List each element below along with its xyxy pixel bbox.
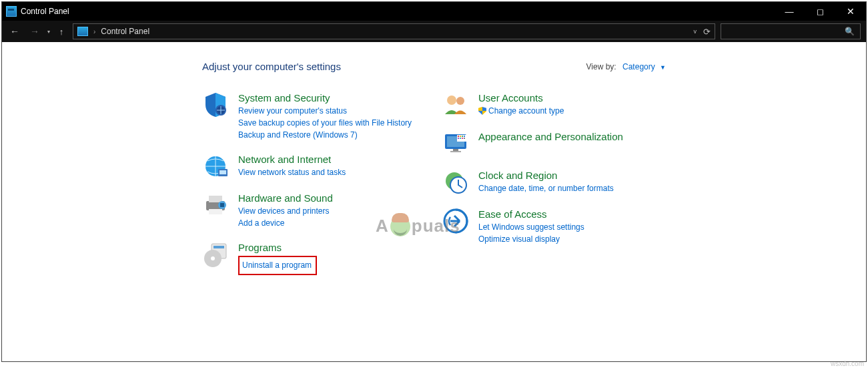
category-user-accounts: User Accounts Change account type — [442, 91, 656, 118]
category-programs: Programs Uninstall a program — [202, 241, 416, 275]
link-change-account-type[interactable]: Change account type — [478, 105, 564, 117]
svg-rect-6 — [209, 209, 222, 214]
printer-icon — [202, 192, 229, 218]
control-panel-icon — [6, 6, 17, 17]
category-title[interactable]: Ease of Access — [478, 208, 547, 220]
window-frame: Control Panel — ◻ ✕ ← → ▾ ↑ › Control Pa… — [1, 1, 867, 362]
monitor-icon — [442, 130, 469, 157]
page-heading: Adjust your computer's settings — [202, 61, 341, 72]
svg-rect-20 — [458, 136, 459, 137]
svg-rect-22 — [462, 136, 463, 137]
view-by-label: View by: — [586, 62, 616, 71]
svg-point-15 — [456, 97, 464, 105]
link-network-status[interactable]: View network status and tasks — [238, 166, 346, 178]
link-suggest-settings[interactable]: Let Windows suggest settings — [478, 221, 584, 233]
close-button[interactable]: ✕ — [835, 2, 866, 21]
svg-rect-28 — [453, 149, 458, 151]
left-column: System and Security Review your computer… — [202, 91, 416, 275]
category-title[interactable]: Programs — [238, 242, 282, 253]
window-title: Control Panel — [21, 7, 774, 16]
svg-rect-29 — [450, 151, 461, 152]
svg-point-13 — [211, 256, 215, 260]
watermark-mascot-icon — [390, 216, 410, 236]
globe-icon — [202, 153, 229, 180]
svg-rect-23 — [464, 136, 465, 137]
svg-rect-5 — [209, 196, 222, 202]
link-visual-display[interactable]: Optimize visual display — [478, 233, 584, 245]
address-dropdown-icon[interactable]: v — [694, 28, 697, 35]
watermark: A puals — [376, 216, 460, 236]
users-icon — [442, 91, 469, 118]
category-title[interactable]: Hardware and Sound — [238, 192, 333, 204]
svg-rect-10 — [213, 246, 224, 248]
title-bar: Control Panel — ◻ ✕ — [2, 2, 866, 21]
maximize-button[interactable]: ◻ — [805, 2, 835, 21]
forward-button: → — [27, 26, 42, 37]
link-add-device[interactable]: Add a device — [238, 217, 333, 229]
up-button[interactable]: ↑ — [55, 27, 67, 37]
back-button[interactable]: ← — [7, 26, 22, 37]
view-by-value[interactable]: Category — [622, 62, 655, 71]
category-title[interactable]: Network and Internet — [238, 154, 331, 165]
svg-rect-24 — [458, 138, 459, 139]
shield-icon — [202, 91, 229, 118]
window-controls: — ◻ ✕ — [774, 2, 866, 21]
category-title[interactable]: Appearance and Personalization — [478, 131, 623, 142]
search-icon: 🔍 — [845, 27, 855, 36]
link-file-history[interactable]: Save backup copies of your files with Fi… — [238, 117, 412, 129]
minimize-button[interactable]: — — [774, 2, 805, 21]
svg-rect-8 — [220, 203, 224, 207]
category-clock-region: Clock and Region Change date, time, or n… — [442, 169, 656, 196]
svg-point-14 — [447, 96, 456, 105]
svg-rect-3 — [220, 170, 226, 174]
svg-rect-21 — [460, 136, 461, 137]
address-path: Control Panel — [101, 27, 149, 36]
control-panel-icon — [77, 27, 88, 36]
svg-rect-25 — [460, 138, 461, 139]
watermark-text-pre: A — [376, 216, 389, 236]
category-network-internet: Network and Internet View network status… — [202, 153, 416, 180]
category-title[interactable]: System and Security — [238, 92, 330, 104]
address-field[interactable]: › Control Panel v ⟳ — [73, 23, 715, 39]
svg-rect-26 — [462, 138, 463, 139]
link-date-time-formats[interactable]: Change date, time, or number formats — [478, 182, 614, 194]
refresh-button[interactable]: ⟳ — [703, 27, 711, 37]
history-dropdown-icon[interactable]: ▾ — [47, 29, 50, 35]
link-review-status[interactable]: Review your computer's status — [238, 105, 412, 117]
uac-shield-icon — [478, 107, 486, 115]
search-input[interactable]: 🔍 — [721, 23, 861, 39]
category-system-security: System and Security Review your computer… — [202, 91, 416, 141]
chevron-right-icon: › — [93, 28, 95, 35]
link-backup-restore[interactable]: Backup and Restore (Windows 7) — [238, 129, 412, 141]
right-column: User Accounts Change account type Appear… — [442, 91, 656, 275]
link-devices-printers[interactable]: View devices and printers — [238, 205, 333, 217]
watermark-text-post: puals — [412, 216, 460, 236]
link-uninstall-program[interactable]: Uninstall a program — [238, 256, 317, 275]
view-by: View by: Category ▼ — [586, 62, 666, 71]
category-title[interactable]: User Accounts — [478, 92, 543, 104]
category-title[interactable]: Clock and Region — [478, 170, 557, 181]
svg-rect-27 — [464, 138, 465, 139]
content-area: Adjust your computer's settings View by:… — [2, 42, 866, 361]
category-ease-of-access: Ease of Access Let Windows suggest setti… — [442, 208, 656, 245]
disc-icon — [202, 241, 229, 268]
credit-text: wsxdn.com — [831, 360, 864, 367]
navigation-bar: ← → ▾ ↑ › Control Panel v ⟳ 🔍 — [2, 21, 866, 42]
clock-icon — [442, 169, 469, 196]
chevron-down-icon[interactable]: ▼ — [660, 64, 666, 71]
category-appearance: Appearance and Personalization — [442, 130, 656, 157]
